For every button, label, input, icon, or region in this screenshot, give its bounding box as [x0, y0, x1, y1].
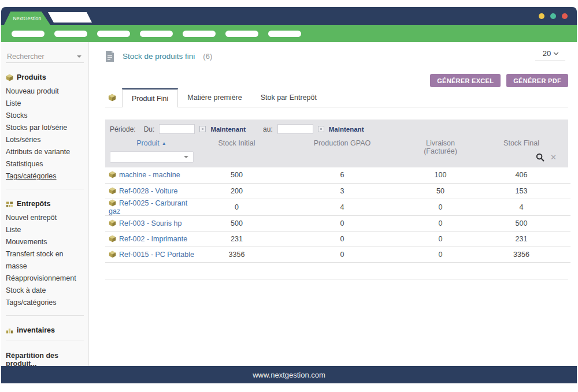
chevron-down-icon	[184, 156, 188, 158]
du-date-input[interactable]	[159, 124, 195, 134]
sidebar-item-reapprovisionnement[interactable]: Réapprovisionnement	[6, 272, 84, 285]
tabbar: Produit Fini Matière première Stok par E…	[105, 88, 568, 107]
product-link[interactable]: machine - machine	[119, 171, 180, 179]
livraison-cell: 0	[409, 247, 472, 262]
generate-excel-button[interactable]: GÉNÉRER EXCEL	[430, 74, 501, 87]
sidebar-item-transfert-stock[interactable]: Transfert stock en masse	[6, 248, 84, 272]
nav-pill[interactable]	[183, 31, 216, 37]
sidebar-item-nouveau-produit[interactable]: Nouveau produit	[6, 85, 84, 98]
package-icon	[6, 74, 13, 81]
tab-matiere-premiere[interactable]: Matière première	[178, 88, 251, 107]
tab-produit-fini[interactable]: Produit Fini	[122, 88, 178, 107]
sidebar-item-attributs-variante[interactable]: Attributs de variante	[6, 146, 84, 158]
sidebar-item-liste-entrepots[interactable]: Liste	[6, 224, 84, 236]
sidebar-item-stocks[interactable]: Stocks	[6, 110, 84, 122]
table-row[interactable]: Ref-003 - Souris hp 500 0 0 500	[105, 215, 570, 231]
content-divider	[105, 279, 568, 279]
nav-pill[interactable]	[54, 31, 87, 37]
maximize-dot-icon[interactable]	[550, 13, 556, 19]
product-link[interactable]: Ref-002 - Imprimante	[119, 235, 187, 243]
package-icon	[109, 251, 116, 258]
sort-asc-icon: ▲	[162, 141, 166, 146]
table-row[interactable]: machine - machine 500 6 100 406	[105, 167, 570, 183]
page-title: Stock de produits fini	[123, 52, 195, 61]
sidebar-item-nouvel-entrepot[interactable]: Nouvel entrepôt	[6, 212, 84, 224]
product-link[interactable]: Ref-003 - Souris hp	[119, 219, 181, 227]
brand-tab[interactable]: NextGestion	[4, 12, 50, 25]
inventory-icon	[6, 327, 13, 334]
filter-panel: Période: Du: Maintenant au: Maintenant P…	[105, 120, 568, 167]
table-row[interactable]: Ref-0025 - Carburant gaz 0 4 0 4	[105, 199, 570, 215]
table-row[interactable]: Ref-0028 - Voiture 200 3 50 153	[105, 183, 570, 199]
sidebar-item-statistiques[interactable]: Statistiques	[6, 158, 84, 170]
sidebar-item-stock-a-date[interactable]: Stock à date	[6, 285, 84, 297]
table-row[interactable]: Ref-0015 - PC Portable 3356 0 0 3356	[105, 247, 570, 262]
product-link[interactable]: Ref-0028 - Voiture	[119, 187, 177, 195]
generate-pdf-button[interactable]: GÉNÉRER PDF	[506, 74, 568, 87]
warehouse-icon	[6, 200, 13, 208]
package-icon	[109, 219, 116, 227]
stock-final-cell: 500	[472, 215, 570, 231]
au-label: au:	[263, 125, 273, 133]
livraison-cell: 50	[409, 183, 472, 199]
minimize-dot-icon[interactable]	[539, 13, 544, 19]
stock-initial-cell: 200	[198, 183, 276, 199]
main-nav	[1, 25, 577, 42]
window-controls	[539, 13, 568, 19]
footer: www.nextgestion.com	[1, 366, 577, 383]
du-maintenant-label: Maintenant	[210, 126, 246, 133]
brand-label: NextGestion	[13, 16, 42, 21]
clear-filter-icon[interactable]: ✕	[550, 154, 557, 161]
periode-label: Période:	[110, 125, 136, 133]
sidebar-section-inventaires: inventaires	[6, 326, 84, 334]
sidebar-item-tags-categories-produits[interactable]: Tags/catégories	[6, 170, 84, 182]
product-link[interactable]: Ref-0015 - PC Portable	[119, 251, 194, 259]
table-row[interactable]: Ref-002 - Imprimante 231 0 0 231	[105, 231, 570, 247]
sidebar: Rechercher Produits Nouveau produit List…	[1, 42, 89, 366]
stock-final-cell: 3356	[472, 247, 570, 262]
au-date-input[interactable]	[277, 124, 313, 134]
sidebar-section-repartition: Répartition des produit...	[6, 352, 84, 366]
sidebar-item-liste-produits[interactable]: Liste	[6, 98, 84, 110]
livraison-cell: 0	[409, 199, 472, 215]
livraison-cell: 100	[409, 167, 472, 183]
main-content: Stock de produits fini (6) 20 GÉNÉRER EX…	[89, 42, 577, 366]
nav-pill[interactable]	[225, 31, 258, 37]
app-window: NextGestion Rechercher Produits Nou	[1, 7, 577, 383]
footer-url: www.nextgestion.com	[253, 371, 325, 379]
sidebar-item-mouvements[interactable]: Mouvements	[6, 236, 84, 248]
stock-initial-cell: 500	[198, 167, 276, 183]
calendar-icon[interactable]	[199, 126, 206, 132]
production-gpao-cell: 0	[276, 215, 409, 231]
calendar-icon[interactable]	[318, 126, 324, 132]
sidebar-item-stocks-lot-serie[interactable]: Stocks par lot/série	[6, 122, 84, 134]
stock-initial-cell: 500	[198, 215, 276, 231]
nav-pill[interactable]	[140, 31, 173, 37]
titlebar: NextGestion	[1, 7, 577, 25]
stock-final-cell: 153	[472, 183, 570, 199]
nav-pill[interactable]	[12, 31, 45, 37]
tab-stok-par-entrepot[interactable]: Stok par Entrepôt	[251, 88, 326, 107]
close-dot-icon[interactable]	[562, 13, 568, 19]
stock-initial-cell: 0	[198, 199, 276, 215]
production-gpao-cell: 6	[276, 167, 409, 183]
nav-pill[interactable]	[268, 31, 301, 37]
production-gpao-cell: 3	[276, 183, 409, 199]
sidebar-search-select[interactable]: Rechercher	[6, 50, 84, 63]
sidebar-divider	[6, 315, 84, 316]
nav-pill[interactable]	[97, 31, 130, 37]
sidebar-item-lots-series[interactable]: Lots/séries	[6, 134, 84, 146]
produit-filter-select[interactable]	[110, 151, 194, 163]
page-size-select[interactable]: 20	[535, 49, 565, 61]
sidebar-item-tags-categories-entrepots[interactable]: Tags/catégories	[6, 297, 84, 309]
sidebar-divider	[6, 189, 84, 189]
secondary-tab[interactable]	[48, 12, 92, 23]
sidebar-section-entrepots: Entrepôts	[6, 200, 84, 208]
filter-row: ✕	[110, 151, 561, 163]
package-icon	[108, 94, 116, 102]
product-link[interactable]: Ref-0025 - Carburant gaz	[109, 199, 187, 215]
search-placeholder: Rechercher	[7, 53, 45, 61]
chevron-down-icon	[77, 55, 81, 58]
production-gpao-cell: 0	[276, 247, 409, 262]
search-icon[interactable]	[536, 153, 544, 162]
